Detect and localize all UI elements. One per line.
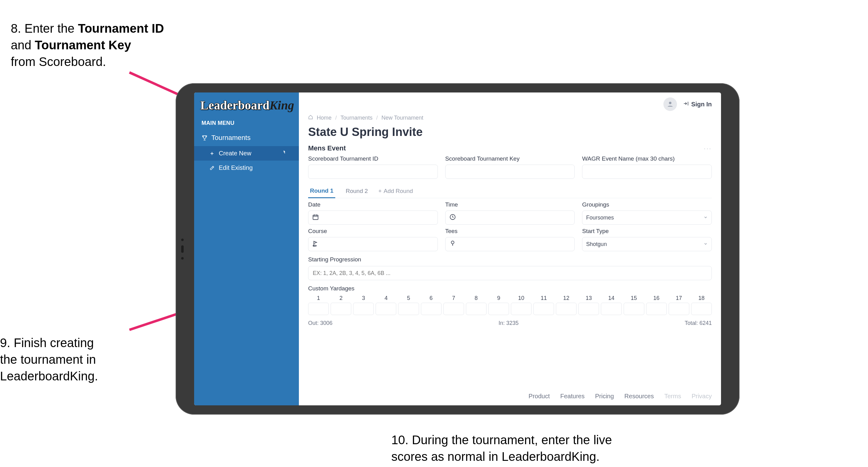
footer: Product Features Pricing Resources Terms… <box>299 388 721 405</box>
tablet-hardware-dots <box>181 239 184 260</box>
input-course[interactable] <box>308 237 438 251</box>
field-time: Time <box>445 201 575 225</box>
yardage-hole: 15 <box>624 295 644 315</box>
yardage-hole-input[interactable] <box>624 303 644 315</box>
input-time[interactable] <box>445 210 575 225</box>
yardage-hole-input[interactable] <box>443 303 464 315</box>
tee-icon <box>449 240 456 249</box>
label-tees: Tees <box>445 228 575 235</box>
plus-icon: + <box>378 188 382 195</box>
home-icon[interactable] <box>308 115 313 121</box>
tab-round1[interactable]: Round 1 <box>308 184 335 198</box>
footer-pricing[interactable]: Pricing <box>595 393 614 400</box>
yardage-hole-input[interactable] <box>578 303 599 315</box>
yardage-hole-input[interactable] <box>398 303 419 315</box>
input-scoreboard-key[interactable] <box>445 165 575 179</box>
label-time: Time <box>445 201 575 208</box>
label-starting-progression: Starting Progression <box>308 256 712 263</box>
yardage-hole-number: 10 <box>518 295 524 301</box>
edit-icon <box>209 165 215 171</box>
yardage-hole-number: 4 <box>384 295 388 301</box>
avatar[interactable] <box>663 97 677 111</box>
yardage-hole: 8 <box>466 295 487 315</box>
select-groupings[interactable]: Foursomes <box>582 210 712 225</box>
yardage-hole-input[interactable] <box>466 303 487 315</box>
add-round-button[interactable]: + Add Round <box>378 188 413 195</box>
yardage-hole-input[interactable] <box>488 303 509 315</box>
label-groupings: Groupings <box>582 201 712 208</box>
input-tees[interactable] <box>445 237 575 251</box>
section-menu-button[interactable]: ··· <box>704 145 712 152</box>
yardage-hole-number: 17 <box>676 295 682 301</box>
tab-round2[interactable]: Round 2 <box>344 185 370 198</box>
footer-product[interactable]: Product <box>528 393 550 400</box>
yardage-hole-input[interactable] <box>646 303 667 315</box>
yardage-row: 123456789101112131415161718 <box>308 295 712 315</box>
page-title: State U Spring Invite <box>308 125 712 139</box>
yardage-hole-input[interactable] <box>533 303 554 315</box>
footer-features[interactable]: Features <box>560 393 585 400</box>
yardage-hole-input[interactable] <box>556 303 577 315</box>
yardage-hole: 2 <box>331 295 351 315</box>
flag-icon <box>312 240 319 249</box>
yardage-in: In: 3235 <box>499 320 519 326</box>
yardage-hole-input[interactable] <box>353 303 374 315</box>
field-start-type: Start Type Shotgun <box>582 228 712 251</box>
yardage-summary: Out: 3006 In: 3235 Total: 6241 <box>308 320 712 326</box>
yardage-hole-number: 5 <box>407 295 410 301</box>
topbar: Sign In <box>299 92 721 113</box>
menu-header: MAIN MENU <box>194 116 299 129</box>
yardage-hole-number: 2 <box>340 295 343 301</box>
yardage-hole-input[interactable] <box>691 303 712 315</box>
yardage-hole-input[interactable] <box>511 303 531 315</box>
round-tabs: Round 1 Round 2 + Add Round <box>308 184 712 198</box>
yardage-hole: 11 <box>533 295 554 315</box>
footer-terms[interactable]: Terms <box>664 393 681 400</box>
yardage-hole: 13 <box>578 295 599 315</box>
yardage-hole: 16 <box>646 295 667 315</box>
yardage-hole-input[interactable] <box>308 303 329 315</box>
yardage-hole-input[interactable] <box>421 303 441 315</box>
chevron-down-icon <box>704 241 708 247</box>
yardage-hole-number: 3 <box>362 295 365 301</box>
sign-in-button[interactable]: Sign In <box>683 101 712 108</box>
breadcrumb-new: New Tournament <box>381 115 423 121</box>
yardage-hole-input[interactable] <box>601 303 621 315</box>
yardage-hole-number: 8 <box>474 295 477 301</box>
yardage-hole-number: 18 <box>698 295 704 301</box>
label-wagr: WAGR Event Name (max 30 chars) <box>582 155 712 162</box>
plus-icon <box>209 150 215 156</box>
yardage-hole-number: 16 <box>653 295 659 301</box>
field-wagr: WAGR Event Name (max 30 chars) <box>582 155 712 179</box>
input-wagr[interactable] <box>582 165 712 179</box>
breadcrumb-home[interactable]: Home <box>317 115 332 121</box>
yardage-hole-number: 9 <box>497 295 500 301</box>
footer-resources[interactable]: Resources <box>624 393 654 400</box>
select-start-type[interactable]: Shotgun <box>582 237 712 251</box>
yardage-hole: 7 <box>443 295 464 315</box>
yardage-hole: 18 <box>691 295 712 315</box>
breadcrumb-sep: / <box>335 115 337 121</box>
input-date[interactable] <box>308 210 438 225</box>
yardage-hole-input[interactable] <box>376 303 396 315</box>
svg-point-7 <box>313 245 316 246</box>
section-title: Mens Event <box>308 144 346 152</box>
breadcrumb: Home / Tournaments / New Tournament <box>308 115 712 121</box>
signin-arrow-icon <box>683 101 689 108</box>
yardage-hole-number: 11 <box>541 295 547 301</box>
yardage-hole-input[interactable] <box>669 303 689 315</box>
breadcrumb-tournaments[interactable]: Tournaments <box>340 115 373 121</box>
input-scoreboard-id[interactable] <box>308 165 438 179</box>
label-scoreboard-id: Scoreboard Tournament ID <box>308 155 438 162</box>
field-scoreboard-id: Scoreboard Tournament ID <box>308 155 438 179</box>
sidebar-sub-label: Create New <box>219 150 251 157</box>
label-start-type: Start Type <box>582 228 712 235</box>
sidebar-item-tournaments[interactable]: Tournaments <box>194 129 299 146</box>
input-starting-progression[interactable] <box>308 266 712 280</box>
footer-privacy[interactable]: Privacy <box>691 393 712 400</box>
field-scoreboard-key: Scoreboard Tournament Key <box>445 155 575 179</box>
sidebar-sub-edit-existing[interactable]: Edit Existing <box>194 160 299 175</box>
sidebar-sub-create-new[interactable]: Create New <box>194 146 299 160</box>
add-round-label: Add Round <box>383 188 413 195</box>
yardage-hole-input[interactable] <box>331 303 351 315</box>
